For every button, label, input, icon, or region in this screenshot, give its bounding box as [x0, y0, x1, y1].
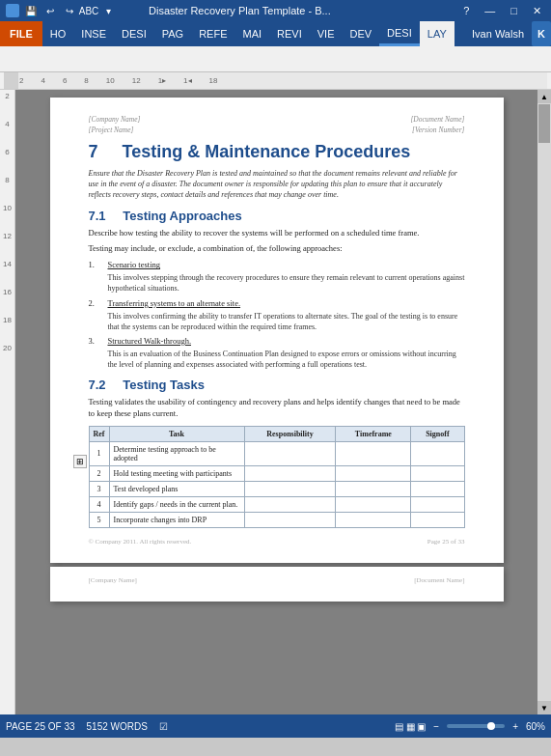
tab-inse[interactable]: INSE [73, 21, 114, 46]
ruler-tick-4: 4 [41, 76, 44, 85]
right-scrollbar[interactable]: ▲ ▼ [537, 90, 551, 714]
undo-qa-btn[interactable]: ↩ [42, 3, 58, 18]
list-num-1: 1. [89, 260, 108, 294]
help-btn[interactable]: ? [459, 5, 473, 16]
cell-resp-3 [244, 496, 336, 512]
tab-pag[interactable]: PAG [154, 21, 191, 46]
list-content-1: Scenario testing This involves stepping … [108, 260, 465, 294]
col-ref: Ref [89, 426, 109, 441]
spell-qa-btn[interactable]: ABC [81, 3, 96, 18]
ruler-v-4: 8 [5, 176, 9, 184]
ruler-tick-2: 2 [19, 76, 23, 85]
tab-desi2[interactable]: DESI [379, 21, 420, 46]
tab-mai[interactable]: MAI [234, 21, 269, 46]
list-desc-2: This involves confirming the ability to … [108, 311, 465, 332]
tab-refe[interactable]: REFE [191, 21, 234, 46]
company-name: [Company Name] [89, 115, 141, 124]
cell-ref-4: 5 [89, 512, 109, 527]
layout-icons[interactable]: ▤ ▦ ▣ [395, 721, 427, 732]
section7-italic: Ensure that the Disaster Recovery Plan i… [89, 168, 465, 201]
zoom-level: 60% [526, 721, 545, 732]
cell-task-4: Incorporate changes into DRP [109, 512, 244, 527]
user-initial-btn[interactable]: K [532, 21, 551, 46]
version-number: [Version Number] [410, 126, 464, 134]
cell-resp-2 [244, 481, 336, 496]
cell-resp-0 [244, 441, 336, 465]
list-title-3: Structured Walk-through. [108, 336, 192, 346]
cell-task-2: Test developed plans [109, 481, 244, 496]
scroll-up-btn[interactable]: ▲ [537, 90, 551, 103]
next-page-partial: [Company Name] [Document Name] [50, 567, 504, 602]
footer-page: Page 25 of 33 [427, 538, 465, 546]
ruler-tick-10: 10 [106, 76, 115, 85]
ruler-tick-14: 1▸ [158, 76, 166, 85]
ruler-tick-12: 12 [132, 76, 141, 85]
col-timeframe: Timeframe [336, 426, 411, 441]
save-qa-btn[interactable]: 💾 [23, 3, 39, 18]
user-name[interactable]: Ivan Walsh [464, 21, 532, 46]
cell-sign-4 [411, 512, 464, 527]
next-company: [Company Name] [89, 576, 137, 584]
minimize-btn[interactable]: — [481, 5, 499, 16]
zoom-slider[interactable] [447, 724, 505, 728]
list-item-2: 2. Transferring systems to an alternate … [89, 298, 465, 332]
cell-resp-1 [244, 465, 336, 481]
page-header-right: [Document Name] [Version Number] [410, 115, 464, 134]
page-header-left: [Company Name] [Project Name] [89, 115, 141, 134]
ruler-tick-18: 18 [209, 76, 218, 85]
tab-dev[interactable]: DEV [342, 21, 379, 46]
list-title-2: Transferring systems to an alternate sit… [108, 298, 241, 308]
ruler-v-8: 16 [3, 288, 12, 296]
list-desc-3: This is an evaluation of the Business Co… [108, 349, 465, 370]
dropdown-qa-btn[interactable]: ▾ [100, 3, 116, 18]
document-page: [Company Name] [Project Name] [Document … [50, 98, 504, 563]
restore-btn[interactable]: □ [507, 5, 521, 16]
col-responsibility: Responsibility [244, 426, 336, 441]
plus-zoom[interactable]: + [512, 721, 518, 732]
project-name: [Project Name] [89, 126, 141, 134]
cell-time-1 [336, 465, 411, 481]
spell-icon[interactable]: ☑ [159, 721, 168, 732]
tab-desi[interactable]: DESI [114, 21, 154, 46]
tab-vie[interactable]: VIE [310, 21, 343, 46]
word-icon [6, 4, 19, 17]
table-row: 4 Identify gaps / needs in the current p… [89, 496, 464, 512]
ribbon: FILE HO INSE DESI PAG REFE MAI REVI VIE … [0, 21, 551, 72]
tab-lay[interactable]: LAY [420, 21, 455, 46]
move-handle[interactable]: ⊞ [73, 455, 87, 468]
minus-zoom[interactable]: − [433, 721, 439, 732]
cell-time-3 [336, 496, 411, 512]
doc-scroll-area[interactable]: [Company Name] [Project Name] [Document … [15, 90, 537, 714]
tab-file[interactable]: FILE [0, 21, 42, 46]
table-header-row: Ref Task Responsibility Timeframe Signof… [89, 426, 464, 441]
status-bar: PAGE 25 OF 33 5152 WORDS ☑ ▤ ▦ ▣ − + 60% [0, 714, 551, 738]
title-bar-left: 💾 ↩ ↪ ABC ▾ Disaster Recovery Plan Templ… [6, 3, 331, 18]
table-row: 3 Test developed plans [89, 481, 464, 496]
close-btn[interactable]: ✕ [529, 5, 545, 17]
next-doc: [Document Name] [414, 576, 464, 584]
tab-ho[interactable]: HO [42, 21, 74, 46]
section71-intro2: Testing may include, or exclude, a combi… [89, 243, 465, 255]
cell-time-0 [336, 441, 411, 465]
section72-heading: 7.2 Testing Tasks [89, 378, 465, 392]
section71-heading: 7.1 Testing Approaches [89, 209, 465, 223]
scroll-down-btn[interactable]: ▼ [537, 701, 551, 714]
doc-name: [Document Name] [410, 115, 464, 124]
scroll-thumb[interactable] [538, 104, 550, 143]
section71-num: 7.1 [89, 209, 106, 223]
next-page-footer: [Company Name] [Document Name] [89, 576, 465, 584]
ruler-v-1: 2 [5, 92, 9, 100]
page-footer: © Company 2011. All rights reserved. Pag… [89, 538, 465, 546]
ruler-inner: 2 4 6 8 10 12 1▸ 1◂ 18 [4, 72, 547, 89]
section7-title: Testing & Maintenance Procedures [123, 142, 411, 161]
redo-qa-btn[interactable]: ↪ [62, 3, 77, 18]
title-bar: 💾 ↩ ↪ ABC ▾ Disaster Recovery Plan Templ… [0, 0, 551, 21]
list-title-1: Scenario testing [108, 260, 161, 269]
tab-revi[interactable]: REVI [269, 21, 310, 46]
section7-heading: 7 Testing & Maintenance Procedures [89, 142, 465, 162]
left-ruler: 2 4 6 8 10 12 14 16 18 20 [0, 90, 15, 714]
ribbon-content [0, 46, 551, 71]
table-container: ⊞ Ref Task Responsibility Timeframe Sign… [89, 426, 465, 528]
cell-task-3: Identify gaps / needs in the current pla… [109, 496, 244, 512]
section7-num: 7 [89, 142, 98, 161]
